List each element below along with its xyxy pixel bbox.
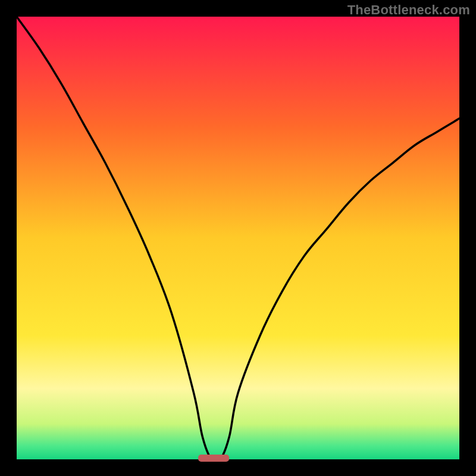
watermark-text: TheBottleneck.com xyxy=(347,2,470,18)
bottleneck-chart xyxy=(0,0,476,476)
optimal-marker xyxy=(198,455,229,462)
